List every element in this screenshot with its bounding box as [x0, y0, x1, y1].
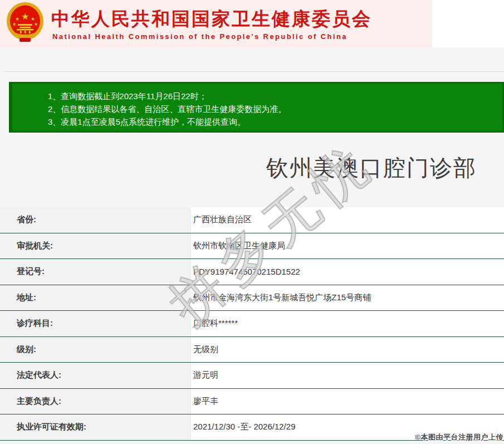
svg-text:★: ★	[21, 12, 29, 21]
header-divider	[4, 71, 504, 72]
field-value: 广西壮族自治区	[191, 207, 504, 233]
field-value: 游元明	[191, 363, 504, 388]
national-emblem-icon: ★ ★ ★ ★ ★	[6, 2, 44, 42]
notice-line-3: 3、凌晨1点至凌晨5点系统进行维护，不能提供查询。	[48, 115, 502, 128]
field-value: 口腔科******	[191, 311, 504, 336]
field-label: 执业许可证有效期:	[0, 414, 191, 440]
header-title-en: National Health Commission of the People…	[52, 32, 348, 41]
field-label: 主要负责人:	[0, 389, 191, 414]
svg-text:★: ★	[12, 22, 16, 27]
notice-line-1: 1、查询数据截止到2023年11月26日22时；	[48, 90, 502, 103]
svg-text:★: ★	[34, 22, 38, 27]
field-label: 审批机关:	[0, 233, 191, 259]
license-query-result-page: ★ ★ ★ ★ ★ 中华人民共和国国家卫生健康委员会 National Heal…	[0, 0, 504, 444]
license-detail-table: 省份: 广西壮族自治区 审批机关: 钦州市钦南区卫生健康局 登记号: PDY91…	[0, 207, 504, 441]
svg-text:★: ★	[15, 16, 19, 22]
header-title-cn: 中华人民共和国国家卫生健康委员会	[51, 7, 372, 32]
field-label: 省份:	[0, 207, 191, 233]
table-row-approval-authority: 审批机关: 钦州市钦南区卫生健康局	[0, 233, 504, 260]
field-label: 登记号:	[0, 259, 191, 285]
table-row-legal-representative: 法定代表人: 游元明	[0, 363, 504, 389]
image-copyright-note: ©本图由平台注册用户上传	[415, 432, 503, 442]
field-value: 钦州市钦南区卫生健康局	[191, 233, 504, 259]
field-label: 级别:	[0, 337, 191, 363]
table-row-registration-number: 登记号: PDY91974745070215D1522	[0, 259, 504, 285]
field-value: 无级别	[191, 337, 504, 363]
field-label: 诊疗科目:	[0, 311, 191, 336]
table-row-medical-subjects: 诊疗科目: 口腔科******	[0, 311, 504, 337]
table-row-address: 地址: 钦州市金海湾东大街1号新城吾悦广场Z15号商铺	[0, 285, 504, 311]
table-row-level: 级别: 无级别	[0, 337, 504, 363]
table-row-province: 省份: 广西壮族自治区	[0, 207, 504, 233]
field-value: PDY91974745070215D1522	[191, 259, 504, 285]
notice-box: 1、查询数据截止到2023年11月26日22时； 2、信息数据结果以各省、自治区…	[9, 82, 504, 133]
field-label: 法定代表人:	[0, 363, 191, 388]
field-label: 地址:	[0, 285, 191, 311]
field-value: 钦州市金海湾东大街1号新城吾悦广场Z15号商铺	[191, 285, 504, 311]
table-row-principal: 主要负责人: 廖平丰	[0, 389, 504, 415]
site-header: ★ ★ ★ ★ ★ 中华人民共和国国家卫生健康委员会 National Heal…	[0, 0, 432, 47]
notice-line-2: 2、信息数据结果以各省、自治区、直辖市卫生健康委数据为准。	[48, 103, 502, 115]
field-value: 廖平丰	[191, 389, 504, 414]
facility-name-title: 钦州美澳口腔门诊部	[266, 153, 477, 183]
svg-text:★: ★	[31, 16, 35, 22]
